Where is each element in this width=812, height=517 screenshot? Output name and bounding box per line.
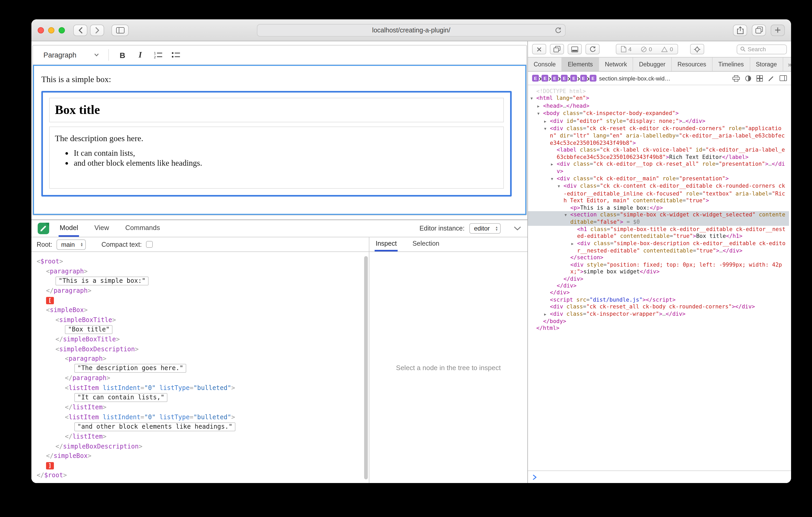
dom-node[interactable]: ▾<div class="ck ck-editor__main" role="p… [528, 175, 789, 183]
model-element-node[interactable]: <paragraph> [31, 266, 369, 276]
error-count[interactable]: 0 [636, 46, 657, 52]
breadcrumb-item[interactable]: E [571, 75, 577, 82]
dom-node[interactable]: </section> [528, 254, 789, 262]
breadcrumb-selected[interactable]: Esection.simple-box.ck-wid… [590, 75, 670, 82]
share-button[interactable] [733, 24, 747, 36]
inspector-tab-commands[interactable]: Commands [124, 220, 161, 237]
resource-count[interactable]: 4 [616, 46, 636, 52]
quick-console[interactable] [528, 470, 791, 483]
dom-node[interactable]: </div> [528, 290, 789, 296]
dom-node[interactable]: </html> [528, 325, 789, 332]
paragraph-dropdown[interactable]: Paragraph [39, 48, 103, 61]
tab-overview-button[interactable] [752, 24, 766, 36]
reload-icon[interactable] [555, 27, 561, 34]
dom-node[interactable]: ▸<head>…</head> [528, 102, 789, 110]
model-text-node[interactable]: "It can contain lists," [31, 393, 369, 402]
inspector-tab-model[interactable]: Model [59, 220, 79, 237]
devtools-tab-storage[interactable]: Storage [750, 58, 783, 71]
model-element-node[interactable]: </paragraph> [31, 286, 369, 296]
bulleted-list-button[interactable] [167, 48, 184, 62]
dom-node-selected[interactable]: ▾<section class="simple-box ck-widget ck… [528, 211, 789, 226]
breadcrumb-item[interactable]: E [580, 75, 587, 82]
model-text-node[interactable]: "Box title" [31, 325, 369, 334]
address-bar[interactable]: localhost/creating-a-plugin/ [257, 24, 566, 36]
dom-node[interactable]: ▾<body class="ck-inspector-body-expanded… [528, 110, 789, 117]
breadcrumb-item[interactable]: E [542, 75, 549, 82]
model-element-node[interactable]: </simpleBox> [31, 451, 369, 461]
model-element-node[interactable]: <listItem listIndent="0" listType="bulle… [31, 383, 369, 393]
print-styles-icon[interactable] [732, 75, 740, 81]
tab-overflow-button[interactable]: » [788, 60, 791, 68]
model-selection-marker[interactable]: [ [31, 296, 369, 305]
warning-count[interactable]: 0 [657, 46, 678, 52]
dom-node[interactable]: ▸<div class="simple-box-description ck-e… [528, 240, 789, 254]
breadcrumb-item[interactable]: E [551, 75, 558, 82]
dom-node[interactable]: <div style="position: fixed; top: 0px; l… [528, 262, 789, 275]
dom-node[interactable]: <h1 class="simple-box-title ck-editor__e… [528, 225, 789, 240]
model-element-node[interactable]: <listItem listIndent="0" listType="bulle… [31, 412, 369, 422]
inspect-pane-tab-selection[interactable]: Selection [411, 237, 440, 251]
devtools-close-button[interactable] [532, 44, 546, 54]
model-element-node[interactable]: <$root> [31, 257, 369, 266]
dock-bottom-button[interactable] [568, 44, 582, 54]
minimize-window-button[interactable] [48, 27, 54, 33]
bold-button[interactable]: B [114, 48, 131, 62]
devtools-reload-button[interactable] [585, 44, 600, 54]
model-element-node[interactable]: </listItem> [31, 402, 369, 412]
simple-box-title-field[interactable]: Box title [49, 98, 504, 122]
dom-node[interactable]: <div class="ck ck-reset_all ck-body ck-r… [528, 303, 789, 310]
devtools-tab-console[interactable]: Console [528, 58, 562, 71]
inspector-tab-view[interactable]: View [93, 220, 110, 237]
simple-box-widget[interactable]: Box title The description goes here. It … [41, 91, 512, 196]
dom-node[interactable]: </div> [528, 282, 789, 290]
editor-instance-select[interactable]: editor ▲▼ [469, 223, 501, 234]
devtools-tab-elements[interactable]: Elements [562, 58, 599, 71]
details-sidebar-icon[interactable] [780, 75, 787, 81]
model-element-node[interactable]: <paragraph> [31, 354, 369, 364]
dom-node[interactable]: ▸<div class="ck ck-editor__top ck-reset_… [528, 160, 789, 175]
inspector-collapse-button[interactable] [514, 226, 521, 231]
compact-text-checkbox[interactable] [146, 241, 153, 248]
dom-node[interactable]: <label class="ck ck-label ck-voice-label… [528, 147, 789, 161]
dom-node[interactable]: ▾<div class="ck ck-reset ck-editor ck-ro… [528, 125, 789, 146]
devtools-tab-resources[interactable]: Resources [672, 58, 713, 71]
dom-node[interactable]: </div> [528, 275, 789, 282]
inspect-pane-tab-inspect[interactable]: Inspect [375, 237, 398, 251]
model-selection-marker[interactable]: ] [31, 461, 369, 470]
dom-node[interactable]: ▸<div class="ck-inspector-wrapper">…</di… [528, 310, 789, 318]
model-element-node[interactable]: </$root> [31, 470, 369, 480]
dom-node[interactable]: </body> [528, 318, 789, 325]
breadcrumb-item[interactable]: E [532, 75, 539, 82]
model-element-node[interactable]: <simpleBox> [31, 305, 369, 315]
model-element-node[interactable]: </simpleBoxDescription> [31, 442, 369, 451]
model-element-node[interactable]: <simpleBoxTitle> [31, 315, 369, 325]
close-window-button[interactable] [38, 27, 44, 33]
appearance-icon[interactable] [745, 75, 751, 81]
model-text-node[interactable]: "This is a simple box:" [31, 276, 369, 286]
root-select[interactable]: main ▲▼ [57, 239, 86, 250]
italic-button[interactable]: I [132, 48, 149, 62]
model-element-node[interactable]: </paragraph> [31, 373, 369, 383]
element-picker-button[interactable] [690, 44, 704, 54]
model-element-node[interactable]: <simpleBoxDescription> [31, 344, 369, 354]
edit-brush-icon[interactable] [768, 75, 774, 81]
devtools-tab-timelines[interactable]: Timelines [713, 58, 750, 71]
editor-editable-area[interactable]: This is a simple box: Box title The desc… [33, 65, 526, 215]
dom-node[interactable]: ▾<html lang="en"> [528, 95, 789, 102]
rulers-grid-icon[interactable] [757, 75, 763, 81]
sidebar-toggle-button[interactable] [111, 24, 129, 36]
dom-node[interactable]: <!DOCTYPE html> [528, 88, 789, 95]
dom-node[interactable]: <script src="dist/bundle.js"></script> [528, 296, 789, 303]
editor-paragraph[interactable]: This is a simple box: [41, 75, 518, 84]
dom-node[interactable]: ▾<div class="ck ck-content ck-editor__ed… [528, 183, 789, 204]
dom-node[interactable]: <p>This is a simple box:</p> [528, 204, 789, 211]
new-tab-button[interactable] [771, 24, 785, 36]
breadcrumb-item[interactable]: E [561, 75, 568, 82]
model-text-node[interactable]: "and other block elements like headings.… [31, 422, 369, 431]
forward-button[interactable] [90, 24, 104, 36]
devtools-search-field[interactable]: Search [737, 44, 787, 54]
zoom-window-button[interactable] [59, 27, 65, 33]
detach-button[interactable] [550, 44, 564, 54]
model-element-node[interactable]: </listItem> [31, 431, 369, 441]
devtools-tab-debugger[interactable]: Debugger [633, 58, 672, 71]
